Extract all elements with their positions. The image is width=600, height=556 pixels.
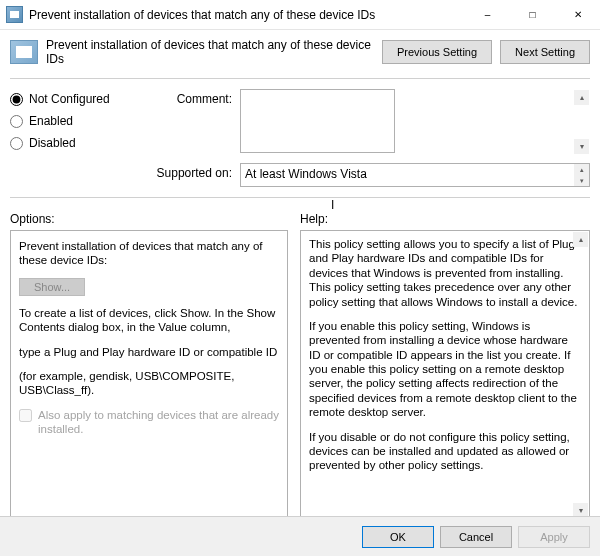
help-paragraph-2: If you enable this policy setting, Windo… [309, 319, 581, 420]
options-intro: Prevent installation of devices that mat… [19, 239, 279, 268]
help-label: Help: [300, 212, 328, 226]
scroll-up-icon[interactable]: ▴ [574, 164, 589, 175]
radio-disabled[interactable]: Disabled [10, 136, 150, 150]
radio-not-configured[interactable]: Not Configured [10, 92, 150, 106]
radio-disabled-label: Disabled [29, 136, 76, 150]
state-radios: Not Configured Enabled Disabled [10, 89, 150, 195]
comment-textarea[interactable] [240, 89, 395, 153]
policy-title: Prevent installation of devices that mat… [46, 38, 374, 66]
state-section: Not Configured Enabled Disabled Comment:… [0, 85, 600, 195]
radio-not-configured-label: Not Configured [29, 92, 110, 106]
help-paragraph-3: If you disable or do not configure this … [309, 430, 581, 473]
section-labels: Options: Help: [0, 204, 600, 230]
ok-button[interactable]: OK [362, 526, 434, 548]
also-apply-checkbox[interactable] [19, 409, 32, 422]
app-icon [6, 6, 23, 23]
scroll-up-icon[interactable]: ▴ [574, 90, 589, 105]
radio-enabled[interactable]: Enabled [10, 114, 150, 128]
divider [10, 78, 590, 79]
options-hint-2: type a Plug and Play hardware ID or comp… [19, 345, 279, 359]
also-apply-label: Also apply to matching devices that are … [38, 408, 279, 437]
supported-value: At least Windows Vista [240, 163, 590, 187]
close-button[interactable]: ✕ [555, 0, 600, 30]
radio-not-configured-input[interactable] [10, 93, 23, 106]
form-column: Comment: ▴ ▾ Supported on: At least Wind… [150, 89, 590, 195]
minimize-button[interactable]: – [465, 0, 510, 30]
next-setting-button[interactable]: Next Setting [500, 40, 590, 64]
cancel-button[interactable]: Cancel [440, 526, 512, 548]
title-bar: Prevent installation of devices that mat… [0, 0, 600, 30]
also-apply-checkbox-row[interactable]: Also apply to matching devices that are … [19, 408, 279, 437]
radio-disabled-input[interactable] [10, 137, 23, 150]
maximize-button[interactable]: □ [510, 0, 555, 30]
help-paragraph-1: This policy setting allows you to specif… [309, 237, 581, 309]
help-pane: This policy setting allows you to specif… [300, 230, 590, 520]
header-row: Prevent installation of devices that mat… [0, 30, 600, 76]
window-title: Prevent installation of devices that mat… [29, 8, 465, 22]
radio-enabled-label: Enabled [29, 114, 73, 128]
panes: Prevent installation of devices that mat… [0, 230, 600, 520]
options-label: Options: [10, 212, 288, 226]
scroll-down-icon[interactable]: ▾ [574, 139, 589, 154]
previous-setting-button[interactable]: Previous Setting [382, 40, 492, 64]
radio-enabled-input[interactable] [10, 115, 23, 128]
show-button[interactable]: Show... [19, 278, 85, 296]
options-hint-3: (for example, gendisk, USB\COMPOSITE, US… [19, 369, 279, 398]
divider [10, 197, 590, 198]
scroll-down-icon[interactable]: ▾ [574, 175, 589, 186]
options-pane: Prevent installation of devices that mat… [10, 230, 288, 520]
comment-label: Comment: [150, 89, 240, 155]
footer: OK Cancel Apply [0, 516, 600, 556]
scroll-up-icon[interactable]: ▴ [573, 232, 588, 247]
policy-icon [10, 40, 38, 64]
supported-label: Supported on: [150, 163, 240, 187]
apply-button[interactable]: Apply [518, 526, 590, 548]
options-hint-1: To create a list of devices, click Show.… [19, 306, 279, 335]
